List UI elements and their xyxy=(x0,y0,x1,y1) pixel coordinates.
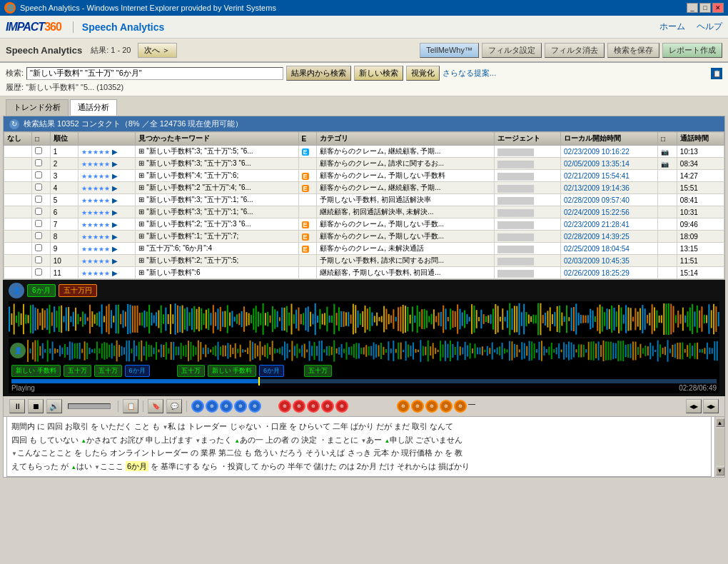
kw-circle-10[interactable]: ⊕ xyxy=(335,400,348,413)
nav-home[interactable]: ホーム xyxy=(659,21,685,33)
col-keywords[interactable]: 見つかったキーワード xyxy=(136,132,298,146)
comment-button[interactable]: 💬 xyxy=(166,399,182,413)
play-icon[interactable]: ▶ xyxy=(112,208,118,216)
play-icon[interactable]: ▶ xyxy=(112,184,118,192)
play-icon[interactable]: ▶ xyxy=(112,148,118,156)
kw-circle-14[interactable]: ⊕ xyxy=(440,400,453,413)
kw-circle-2[interactable]: ⊕ xyxy=(206,400,218,413)
play-icon[interactable]: ▶ xyxy=(112,196,118,204)
filter-clear-button[interactable]: フィルタ消去 xyxy=(545,43,605,58)
cell-date[interactable]: 02/24/2009 15:22:56 xyxy=(561,206,658,218)
kw-circle-12[interactable]: ⊕ xyxy=(411,400,424,413)
cell-checkbox[interactable] xyxy=(32,243,51,255)
table-row[interactable]: 9 ★★★★★ ▶ ⊞ "五十万":6; "6か月":4 E 顧客からのクレーム… xyxy=(4,243,724,255)
create-report-button[interactable]: レポート作成 xyxy=(662,43,722,58)
cell-checkbox[interactable] xyxy=(32,182,51,194)
kw-circle-5[interactable]: ⊕ xyxy=(248,400,261,413)
cell-checkbox[interactable] xyxy=(32,231,51,243)
transcript-scrollbar[interactable]: ▲ ▼ xyxy=(714,417,724,477)
col-duration[interactable]: 通話時間 xyxy=(677,132,724,146)
play-icon[interactable]: ▶ xyxy=(112,269,118,277)
cell-checkbox[interactable] xyxy=(32,194,51,206)
minimize-button[interactable]: _ xyxy=(687,3,698,13)
scroll-down[interactable]: ▼ xyxy=(716,467,724,475)
play-icon[interactable]: ▶ xyxy=(112,233,118,241)
table-row[interactable]: 8 ★★★★★ ▶ ⊞ "新しい手数料":1; "五十万":7; E 顧客からの… xyxy=(4,231,724,243)
col-agent[interactable]: エージェント xyxy=(495,132,561,146)
visualize-button[interactable]: 視覚化 xyxy=(406,66,440,81)
kw-circle-13[interactable]: ⊕ xyxy=(425,400,438,413)
table-row[interactable]: 3 ★★★★★ ▶ ⊞ "新しい手数料":4; "五十万":6; E 顧客からの… xyxy=(4,170,724,182)
kw-circle-6[interactable]: ⊕ xyxy=(278,400,291,413)
search-within-button[interactable]: 結果内から検索 xyxy=(286,66,351,81)
cell-checkbox[interactable] xyxy=(32,255,51,267)
tab-trend-analysis[interactable]: トレンド分析 xyxy=(6,99,69,116)
kw-circle-4[interactable]: ⊕ xyxy=(234,400,247,413)
play-icon[interactable]: ▶ xyxy=(112,245,118,253)
cell-checkbox[interactable] xyxy=(32,146,51,158)
filter-settings-button[interactable]: フィルタ設定 xyxy=(482,43,542,58)
cell-date[interactable]: 02/23/2009 21:28:41 xyxy=(561,218,658,231)
col-category[interactable]: カテゴリ xyxy=(317,132,495,146)
stop-button[interactable]: ⏹ xyxy=(28,399,44,413)
record-button[interactable]: 📋 xyxy=(123,399,138,413)
cell-date[interactable]: 02/23/2009 10:16:22 xyxy=(561,146,658,158)
maximize-button[interactable]: □ xyxy=(699,3,711,13)
cell-date[interactable]: 02/21/2009 15:54:41 xyxy=(561,170,658,182)
cell-checkbox[interactable] xyxy=(32,170,51,182)
cell-date[interactable]: 02/28/2009 14:39:25 xyxy=(561,231,658,243)
new-search-button[interactable]: 新しい検索 xyxy=(354,66,403,81)
table-row[interactable]: 11 ★★★★★ ▶ ⊞ "新しい手数料":6 継続顧客, 予期しない手数料, … xyxy=(4,267,724,279)
cell-checkbox[interactable] xyxy=(32,218,51,231)
table-row[interactable]: 1 ★★★★★ ▶ ⊞ "新しい手数料":3; "五十万":5; "6... E… xyxy=(4,146,724,158)
col-date[interactable]: ローカル開始時間 xyxy=(561,132,658,146)
next-button[interactable]: 次へ ＞ xyxy=(138,43,176,58)
play-icon[interactable]: ▶ xyxy=(112,160,118,168)
extra-btn-2[interactable]: ◀▶ xyxy=(703,399,719,413)
tab-call-analysis[interactable]: 通話分析 xyxy=(70,99,117,116)
table-row[interactable]: 4 ★★★★★ ▶ ⊞ "新しい手数料":2 "五十万":4; "6... E … xyxy=(4,182,724,194)
cell-date[interactable]: 02/05/2009 13:35:14 xyxy=(561,158,658,170)
col-rank[interactable]: 順位 xyxy=(50,132,78,146)
cell-checkbox[interactable] xyxy=(32,158,51,170)
table-row[interactable]: 10 ★★★★★ ▶ ⊞ "新しい手数料":2; "五十万":5; 予期しない手… xyxy=(4,255,724,267)
window-controls[interactable]: _ □ ✕ xyxy=(687,3,724,13)
kw-circle-15[interactable]: ⊕ xyxy=(454,400,467,413)
scroll-up[interactable]: ▲ xyxy=(716,418,724,427)
table-row[interactable]: 7 ★★★★★ ▶ ⊞ "新しい手数料":2; "五十万":3 "6... E … xyxy=(4,218,724,231)
close-button[interactable]: ✕ xyxy=(712,3,724,13)
play-icon[interactable]: ▶ xyxy=(112,221,118,228)
play-icon[interactable]: ▶ xyxy=(112,172,118,180)
suggest-link[interactable]: さらなる提案... xyxy=(443,68,496,79)
kw-circle-8[interactable]: ⊕ xyxy=(307,400,320,413)
volume-button[interactable]: 🔊 xyxy=(46,399,62,413)
tell-me-why-button[interactable]: TellMeWhy™ xyxy=(420,43,479,58)
col-checkbox[interactable]: □ xyxy=(32,132,51,146)
table-row[interactable]: 6 ★★★★★ ▶ ⊞ "新しい手数料":3; "五十万":1; "6... 継… xyxy=(4,206,724,218)
search-icon[interactable]: 📋 xyxy=(711,68,722,79)
nav-help[interactable]: ヘルプ xyxy=(697,21,722,33)
table-row[interactable]: 5 ★★★★★ ▶ ⊞ "新しい手数料":3; "五十万":1; "6... 予… xyxy=(4,194,724,206)
refresh-icon[interactable]: ↻ xyxy=(9,119,19,129)
play-icon[interactable]: ▶ xyxy=(112,257,118,265)
cell-checkbox[interactable] xyxy=(32,267,51,279)
cell-date[interactable]: 02/03/2009 10:45:35 xyxy=(561,255,658,267)
cell-date[interactable]: 02/13/2009 19:14:36 xyxy=(561,182,658,194)
volume-slider[interactable] xyxy=(68,403,111,409)
col-select-none[interactable]: なし xyxy=(4,132,32,146)
data-table-container[interactable]: なし □ 順位 見つかったキーワード E カテゴリ エージェント ローカル開始時… xyxy=(4,131,724,279)
cell-date[interactable]: 02/28/2009 09:57:40 xyxy=(561,194,658,206)
table-row[interactable]: 2 ★★★★★ ▶ ⊞ "新しい手数料":3; "五十万":3 "6... 顧客… xyxy=(4,158,724,170)
cell-checkbox[interactable] xyxy=(32,206,51,218)
search-input[interactable] xyxy=(26,67,283,80)
cell-date[interactable]: 02/25/2009 18:04:54 xyxy=(561,243,658,255)
pause-button[interactable]: ⏸ xyxy=(9,399,25,413)
bookmark-button[interactable]: 🔖 xyxy=(148,399,163,413)
kw-circle-7[interactable]: ⊕ xyxy=(293,400,305,413)
cell-date[interactable]: 02/26/2009 18:25:29 xyxy=(561,267,658,279)
timeline-bar[interactable] xyxy=(11,379,717,383)
kw-circle-11[interactable]: ⊕ xyxy=(397,400,410,413)
kw-circle-9[interactable]: ⊕ xyxy=(321,400,334,413)
kw-circle-1[interactable]: ⊕ xyxy=(191,400,204,413)
save-search-button[interactable]: 検索を保存 xyxy=(607,43,659,58)
